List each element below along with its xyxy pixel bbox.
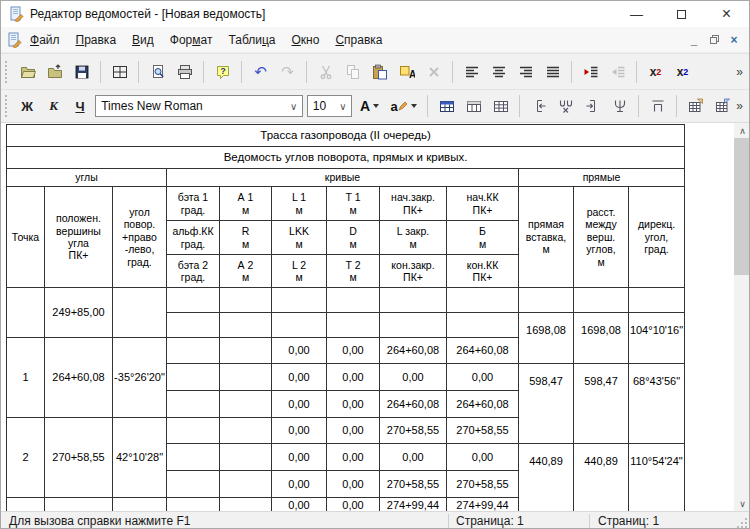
row-height-icon[interactable] [644,94,671,118]
data-cell[interactable] [220,498,271,511]
delete-icon[interactable] [420,60,447,84]
straight-bearing-cell[interactable]: 68°43'56" [629,364,684,443]
menu-window[interactable]: Окно [284,29,328,51]
align-center-icon[interactable] [485,60,512,84]
data-cell[interactable]: 0,00 [327,418,379,443]
data-cell[interactable] [272,288,326,312]
column-header-cell[interactable]: Б м [447,221,518,254]
data-cell[interactable]: 0,00 [327,364,379,390]
angle-cell[interactable] [113,498,166,511]
menu-view[interactable]: Вид [124,29,162,51]
data-cell[interactable] [272,313,326,337]
data-cell[interactable] [447,288,518,312]
angle-cell[interactable]: 42°10'28" [113,418,166,497]
table-subtitle-cell[interactable]: Ведомость углов поворота, прямых и кривы… [7,147,684,168]
data-cell[interactable] [327,313,379,337]
column-header-cell[interactable]: бэта 2 град. [167,255,219,287]
split-cells-icon[interactable] [552,94,579,118]
straight-bearing-cell[interactable]: 110°54'24" [629,444,684,511]
point-cell[interactable]: 1 [7,338,44,417]
straight-distance-cell[interactable]: 1698,08 [574,313,628,363]
data-cell[interactable]: 274+99,44 [380,498,446,511]
toolbar-drag-handle[interactable] [5,95,10,117]
data-cell[interactable]: 0,00 [272,391,326,417]
column-header-cell[interactable]: кон.КК ПК+ [447,255,518,287]
superscript-icon[interactable]: x2 [642,60,669,84]
table-paste-icon[interactable] [709,94,736,118]
data-cell[interactable]: 0,00 [272,471,326,497]
data-cell[interactable]: 0,00 [272,418,326,443]
data-cell[interactable]: 264+60,08 [380,391,446,417]
data-cell[interactable] [220,338,271,363]
data-cell[interactable]: 270+58,55 [380,418,446,443]
angle-cell[interactable] [113,288,166,337]
data-cell[interactable]: 270+58,55 [380,471,446,497]
font-name-select[interactable]: Times New Roman ∨ [95,95,303,117]
straight-insert-cell[interactable]: 440,89 [519,444,573,511]
data-cell[interactable]: 264+60,08 [447,338,518,363]
position-cell[interactable]: 270+58,55 [45,418,112,497]
data-cell[interactable]: 0,00 [380,444,446,470]
column-header-cell[interactable]: А 2 м [220,255,271,287]
data-cell[interactable] [220,471,271,497]
data-cell[interactable] [327,288,379,312]
mdi-restore-button[interactable] [707,33,721,47]
point-cell[interactable] [7,288,44,337]
import-icon[interactable] [41,60,68,84]
data-cell[interactable] [220,288,271,312]
align-right-icon[interactable] [512,60,539,84]
menu-file[interactable]: Файл [22,29,68,51]
column-header-cell[interactable]: угол повор. +право -лево, град. [113,187,166,287]
data-cell[interactable]: 270+58,55 [447,418,518,443]
help-icon[interactable]: ? [209,60,236,84]
minimize-button[interactable]: — [614,1,659,27]
position-cell[interactable]: 264+60,08 [45,338,112,417]
data-cell[interactable]: 0,00 [447,444,518,470]
column-header-cell[interactable]: нач.закр. ПК+ [380,187,446,220]
italic-button[interactable]: К [40,94,66,118]
straight-insert-cell[interactable] [519,288,573,312]
underline-button[interactable]: Ч [67,94,93,118]
data-cell[interactable] [220,364,271,390]
column-header-cell[interactable]: кон.закр. ПК+ [380,255,446,287]
maximize-button[interactable] [659,1,704,27]
scrollbar-thumb[interactable] [734,138,750,275]
print-icon[interactable] [171,60,198,84]
data-cell[interactable] [167,338,219,363]
table-title-cell[interactable]: Трасса газопровода (II очередь) [7,125,684,146]
column-header-cell[interactable]: R м [220,221,271,254]
align-left-icon[interactable] [458,60,485,84]
group-header-cell[interactable]: прямые [519,169,684,186]
straight-insert-cell[interactable]: 598,47 [519,364,573,443]
column-header-cell[interactable]: D м [327,221,379,254]
column-header-cell[interactable]: прямая вставка, м [519,187,573,287]
toolbar-overflow-button[interactable]: » [736,65,745,79]
column-header-cell[interactable]: Т 1 м [327,187,379,220]
indent-icon[interactable] [577,60,604,84]
mdi-close-button[interactable]: × [727,33,741,47]
scroll-down-icon[interactable]: ∨ [734,496,750,511]
save-icon[interactable] [68,60,95,84]
column-header-cell[interactable]: Точка [7,187,44,287]
column-header-cell[interactable]: Т 2 м [327,255,379,287]
column-header-cell[interactable]: L закр. м [380,221,446,254]
straight-distance-cell[interactable] [574,288,628,312]
print-preview-icon[interactable] [144,60,171,84]
undo-icon[interactable]: ↶ [247,60,274,84]
data-cell[interactable] [167,498,219,511]
find-replace-icon[interactable]: A [393,60,420,84]
data-cell[interactable] [167,471,219,497]
straight-bearing-cell[interactable] [629,288,684,312]
data-cell[interactable] [167,364,219,390]
column-header-cell[interactable]: нач.КК ПК+ [447,187,518,220]
data-cell[interactable]: 0,00 [380,364,446,390]
data-cell[interactable]: 0,00 [272,338,326,363]
data-cell[interactable]: 0,00 [327,338,379,363]
group-header-cell[interactable]: кривые [167,169,518,186]
toolbar-drag-handle[interactable] [5,61,10,83]
justify-icon[interactable] [539,60,566,84]
data-cell[interactable] [220,418,271,443]
straight-distance-cell[interactable]: 598,47 [574,364,628,443]
straight-distance-cell[interactable]: 440,89 [574,444,628,511]
menu-table[interactable]: Таблица [220,29,283,51]
